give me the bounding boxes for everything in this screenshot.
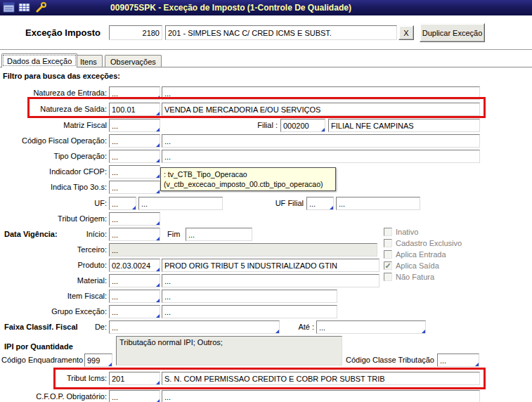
form-icon[interactable] (3, 2, 15, 13)
codigo-enquadramento-value: 999 (87, 356, 100, 365)
produto-code-field[interactable]: 02.03.0024 (109, 259, 160, 272)
clear-button[interactable]: X (398, 25, 414, 40)
lookup-indicator-icon (321, 128, 325, 131)
filial-label: Filial : (232, 119, 278, 132)
lookup-indicator-icon (156, 381, 160, 384)
tooltip-line2: (v_ctb_excecao_imposto_00.ctb_tipo_opera… (164, 179, 332, 189)
checkbox-cadastro-exclusivo[interactable]: Cadastro Exclusivo (384, 238, 462, 248)
natureza-entrada-code-field[interactable]: ... (109, 86, 160, 100)
checkbox-aplica-saida[interactable]: ✓Aplica Saída (384, 260, 439, 271)
duplicate-exception-button[interactable]: Duplicar Exceção (420, 23, 485, 42)
terceiro-field[interactable]: ... (109, 243, 377, 257)
codigo-fiscal-operacao-code-value: ... (112, 137, 118, 145)
item-fiscal-code-field[interactable]: ... (109, 290, 160, 303)
material-label: Material: (1, 274, 107, 287)
codigo-enquadramento-field[interactable]: 999 (84, 354, 112, 367)
inicio-label: Início: (1, 228, 107, 241)
produto-desc-field[interactable]: PROD ORIG TRIBUT 5 INDUSTRIALIZADO GTIN (162, 259, 379, 272)
lookup-indicator-icon (156, 174, 160, 178)
ipi-section-label: IPI por Quantidade (4, 340, 73, 354)
filial-code-field[interactable]: 000200 (280, 119, 325, 132)
uf-filial-code-field[interactable]: ... (306, 197, 334, 210)
faixa-ate-field[interactable]: ... (316, 320, 426, 334)
natureza-entrada-desc-field[interactable]: ... (162, 86, 480, 100)
tribut-origem-code-field[interactable]: ... (109, 212, 160, 226)
tab-dados-da-excecao[interactable]: Dados da Exceção (1, 53, 77, 67)
exception-desc-field[interactable]: 201 - SIMPLES NAC C/ CRED ICMS E SUBST. (165, 25, 397, 40)
indicador-cfop-code-value: ... (112, 168, 118, 176)
tipo-operacao-code-field[interactable]: ... (109, 150, 160, 163)
faixa-de-field[interactable]: ... (109, 320, 280, 334)
cfop-obrigatorio-code-value: ... (112, 393, 118, 401)
tribut-icms-desc-field[interactable]: S. N. COM PERMISSAO CREDITO E COBR POR S… (162, 372, 480, 385)
codigo-enquadramento-label: Código Enquadramento (1, 354, 80, 367)
lookup-indicator-icon (156, 221, 160, 225)
tab-itens-label: Itens (80, 58, 97, 66)
cfop-obrigatorio-label: C.F.O.P. Obrigatório: (1, 390, 107, 402)
lookup-indicator-icon (156, 299, 160, 302)
tipo-operacao-desc-field[interactable]: ... (162, 150, 480, 163)
lookup-indicator-icon (422, 330, 425, 333)
grid-icon[interactable] (18, 2, 30, 13)
duplicate-button-label: Duplicar Exceção (422, 29, 483, 37)
lookup-indicator-icon (156, 237, 160, 240)
faixa-ate-label: Até : (290, 320, 314, 334)
checkbox-nao-fatura-box (384, 273, 392, 281)
indicador-cfop-code-field[interactable]: ... (109, 165, 160, 179)
ipi-quantidade-field[interactable]: Tributação normal IPI; Outros; (116, 336, 342, 365)
matriz-fiscal-code-value: ... (112, 122, 118, 130)
natureza-saida-desc-field[interactable]: VENDA DE MERCADORIA E/OU SERVIÇOS (162, 103, 480, 116)
grupo-excecao-desc-field[interactable]: ... (162, 305, 337, 318)
lookup-indicator-icon (156, 128, 160, 131)
checkbox-inativo[interactable]: Inativo (384, 226, 418, 237)
material-desc-field[interactable]: ... (162, 274, 379, 287)
uf-filial-code-value: ... (309, 200, 316, 208)
header-divider (0, 49, 532, 52)
item-fiscal-code-value: ... (112, 292, 118, 301)
lookup-indicator-icon (475, 363, 479, 366)
codigo-fiscal-operacao-code-field[interactable]: ... (109, 134, 160, 148)
produto-label: Produto: (1, 259, 107, 272)
inicio-date-field[interactable]: ... (109, 228, 160, 241)
uf-code-value: ... (112, 200, 118, 208)
lookup-indicator-icon (156, 112, 160, 115)
checkbox-aplica-entrada-box (384, 250, 392, 259)
app-window: 009075SPK - Exceção de Imposto (1-Contro… (0, 0, 532, 402)
codigo-classe-tributacao-field[interactable]: ... (437, 354, 479, 367)
item-fiscal-desc-field[interactable]: ... (162, 290, 337, 303)
material-code-value: ... (112, 277, 118, 285)
natureza-saida-code-field[interactable]: 100.01 (109, 103, 160, 116)
grupo-excecao-code-field[interactable]: ... (109, 305, 160, 318)
matriz-fiscal-code-field[interactable]: ... (109, 119, 160, 132)
indicador-cfop-label: Indicador CFOP: (1, 165, 107, 179)
checkbox-aplica-entrada[interactable]: Aplica Entrada (384, 249, 446, 259)
filial-code-value: 000200 (283, 122, 309, 130)
tab-itens[interactable]: Itens (74, 55, 103, 67)
tipo-operacao-label: Tipo Operação: (1, 150, 107, 163)
uf-desc-field[interactable]: ... (138, 197, 223, 210)
checkbox-nao-fatura-label: Não Fatura (396, 273, 434, 281)
exception-code-field[interactable]: 2180 (109, 25, 162, 40)
fim-date-field[interactable]: ... (186, 228, 252, 241)
terceiro-label: Terceiro: (1, 243, 107, 257)
cfop-obrigatorio-code-field[interactable]: ... (109, 390, 160, 402)
checkbox-nao-fatura[interactable]: Não Fatura (384, 271, 434, 282)
fim-label: Fim (167, 228, 183, 241)
tribut-icms-code-field[interactable]: 201 (109, 372, 160, 385)
codigo-fiscal-operacao-label: Código Fiscal Operação: (1, 134, 107, 148)
tab-observacoes[interactable]: Observações (105, 55, 162, 67)
field-tooltip: : tv_CTB_Tipo_Operacao (v_ctb_excecao_im… (160, 167, 336, 191)
codigo-classe-tributacao-value: ... (440, 356, 446, 365)
material-code-field[interactable]: ... (109, 274, 160, 287)
codigo-fiscal-operacao-desc-field[interactable]: ... (162, 134, 480, 148)
filial-desc-field[interactable]: FILIAL NFE CAMPINAS (328, 119, 480, 132)
indica-tipo-3os-code-field[interactable]: ... (109, 181, 160, 194)
lookup-indicator-icon (156, 314, 160, 318)
cfop-obrigatorio-desc-field[interactable]: ... (162, 390, 480, 402)
uf-code-field[interactable]: ... (109, 197, 136, 210)
natureza-saida-code-value: 100.01 (112, 105, 136, 114)
uf-filial-desc-field[interactable]: ... (336, 197, 420, 210)
faixa-de-label: De: (1, 320, 107, 334)
codigo-classe-tributacao-label: Código Classe Tributação (330, 354, 434, 367)
produto-code-value: 02.03.0024 (112, 261, 150, 270)
